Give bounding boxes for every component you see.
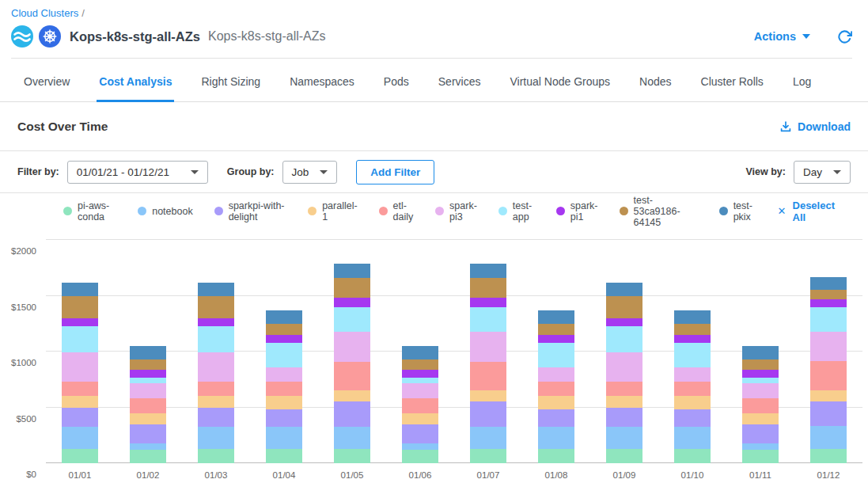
bar-segment-spark-pi1[interactable] xyxy=(198,318,234,326)
bar-segment-etl-daily[interactable] xyxy=(538,382,574,396)
legend-item-etl-daily[interactable]: etl-daily xyxy=(379,200,414,222)
bar-segment-spark-pi1[interactable] xyxy=(606,318,642,326)
tab-cost-analysis[interactable]: Cost Analysis xyxy=(97,75,174,102)
tab-namespaces[interactable]: Namespaces xyxy=(287,75,357,102)
bar-segment-etl-daily[interactable] xyxy=(606,382,642,396)
stacked-bar-01-11[interactable] xyxy=(742,346,779,463)
bar-segment-test-app[interactable] xyxy=(62,326,98,352)
bar-segment-test-53ca9186-64145[interactable] xyxy=(606,296,642,318)
bar-segment-parallel-1[interactable] xyxy=(606,396,642,407)
bar-segment-test-app[interactable] xyxy=(810,307,847,332)
bar-segment-parallel-1[interactable] xyxy=(130,413,166,424)
bar-segment-notebook[interactable] xyxy=(538,427,574,449)
bar-segment-test-app[interactable] xyxy=(674,343,711,367)
bar-segment-spark-pi3[interactable] xyxy=(470,332,506,363)
tab-cluster-rolls[interactable]: Cluster Rolls xyxy=(699,75,766,102)
bar-segment-test-pkix[interactable] xyxy=(538,310,574,324)
bar-segment-test-pkix[interactable] xyxy=(674,310,711,324)
deselect-all-button[interactable]: ✕Deselect All xyxy=(778,200,835,223)
bar-segment-spark-pi3[interactable] xyxy=(674,367,711,382)
bar-segment-spark-pi1[interactable] xyxy=(810,299,847,306)
stacked-bar-01-04[interactable] xyxy=(266,310,302,463)
bar-segment-pi-aws-conda[interactable] xyxy=(742,450,779,463)
bar-segment-pi-aws-conda[interactable] xyxy=(606,449,642,463)
bar-segment-pi-aws-conda[interactable] xyxy=(674,449,711,463)
bar-segment-parallel-1[interactable] xyxy=(402,413,438,424)
tab-right-sizing[interactable]: Right Sizing xyxy=(199,75,263,102)
bar-segment-notebook[interactable] xyxy=(266,427,302,449)
stacked-bar-01-06[interactable] xyxy=(402,346,438,463)
bar-segment-etl-daily[interactable] xyxy=(266,382,302,396)
bar-segment-spark-pi3[interactable] xyxy=(62,352,98,382)
legend-item-test-app[interactable]: test-app xyxy=(498,200,535,222)
bar-segment-notebook[interactable] xyxy=(402,443,438,450)
group-by-select[interactable]: Job xyxy=(282,161,338,184)
bar-segment-test-pkix[interactable] xyxy=(470,264,506,278)
bar-segment-sparkpi-with-delight[interactable] xyxy=(538,409,574,428)
bar-segment-test-53ca9186-64145[interactable] xyxy=(62,296,98,318)
bar-segment-etl-daily[interactable] xyxy=(674,382,711,396)
bar-segment-etl-daily[interactable] xyxy=(742,398,779,413)
bar-segment-sparkpi-with-delight[interactable] xyxy=(266,409,302,428)
bar-segment-parallel-1[interactable] xyxy=(266,396,302,409)
bar-segment-spark-pi1[interactable] xyxy=(470,298,506,306)
bar-segment-test-pkix[interactable] xyxy=(334,264,370,278)
bar-segment-pi-aws-conda[interactable] xyxy=(198,449,234,463)
add-filter-button[interactable]: Add Filter xyxy=(356,160,434,184)
bar-segment-test-app[interactable] xyxy=(742,378,779,383)
breadcrumb-cloud-clusters-link[interactable]: Cloud Clusters xyxy=(11,7,78,19)
bar-segment-test-53ca9186-64145[interactable] xyxy=(470,278,506,298)
bar-segment-test-53ca9186-64145[interactable] xyxy=(130,359,166,370)
legend-item-test-pkix[interactable]: test-pkix xyxy=(719,200,756,222)
view-by-select[interactable]: Day xyxy=(794,161,851,184)
bar-segment-test-pkix[interactable] xyxy=(606,283,642,296)
bar-segment-notebook[interactable] xyxy=(810,426,847,449)
bar-segment-parallel-1[interactable] xyxy=(334,390,370,402)
tab-nodes[interactable]: Nodes xyxy=(637,75,673,102)
stacked-bar-01-12[interactable] xyxy=(810,277,847,463)
bar-segment-test-pkix[interactable] xyxy=(266,310,302,324)
bar-segment-notebook[interactable] xyxy=(130,443,166,450)
stacked-bar-01-03[interactable] xyxy=(198,283,234,463)
bar-segment-sparkpi-with-delight[interactable] xyxy=(606,408,642,428)
bar-segment-test-53ca9186-64145[interactable] xyxy=(198,296,234,318)
bar-segment-spark-pi3[interactable] xyxy=(538,367,574,382)
bar-segment-notebook[interactable] xyxy=(334,427,370,449)
bar-segment-test-53ca9186-64145[interactable] xyxy=(742,359,779,370)
legend-item-test-53ca9186-64145[interactable]: test-53ca9186-64145 xyxy=(620,195,698,228)
legend-item-pi-aws-conda[interactable]: pi-aws-conda xyxy=(63,200,116,222)
bar-segment-test-pkix[interactable] xyxy=(402,346,438,359)
bar-segment-parallel-1[interactable] xyxy=(538,396,574,409)
tab-services[interactable]: Services xyxy=(436,75,483,102)
bar-segment-pi-aws-conda[interactable] xyxy=(538,449,574,463)
bar-segment-spark-pi1[interactable] xyxy=(266,335,302,344)
tab-pods[interactable]: Pods xyxy=(381,75,411,102)
bar-segment-test-app[interactable] xyxy=(470,307,506,332)
bar-segment-notebook[interactable] xyxy=(470,427,506,449)
bar-segment-sparkpi-with-delight[interactable] xyxy=(62,408,98,428)
bar-segment-test-pkix[interactable] xyxy=(810,277,847,290)
bar-segment-pi-aws-conda[interactable] xyxy=(334,449,370,463)
stacked-bar-01-10[interactable] xyxy=(674,310,711,463)
bar-segment-test-pkix[interactable] xyxy=(742,346,779,359)
bar-segment-test-53ca9186-64145[interactable] xyxy=(810,290,847,300)
bar-segment-test-app[interactable] xyxy=(334,307,370,332)
bar-segment-etl-daily[interactable] xyxy=(198,382,234,396)
bar-segment-sparkpi-with-delight[interactable] xyxy=(742,424,779,444)
bar-segment-spark-pi3[interactable] xyxy=(402,383,438,397)
stacked-bar-01-07[interactable] xyxy=(470,264,506,463)
bar-segment-spark-pi3[interactable] xyxy=(742,383,779,397)
bar-segment-spark-pi1[interactable] xyxy=(538,335,574,344)
bar-segment-test-53ca9186-64145[interactable] xyxy=(402,359,438,370)
date-range-select[interactable]: 01/01/21 - 01/12/21 xyxy=(67,161,208,184)
bar-segment-spark-pi1[interactable] xyxy=(402,370,438,378)
bar-segment-etl-daily[interactable] xyxy=(130,398,166,413)
tab-log[interactable]: Log xyxy=(790,75,813,102)
bar-segment-sparkpi-with-delight[interactable] xyxy=(402,424,438,444)
bar-segment-test-pkix[interactable] xyxy=(130,346,166,359)
bar-segment-notebook[interactable] xyxy=(198,427,234,449)
legend-item-notebook[interactable]: notebook xyxy=(138,206,192,217)
bar-segment-pi-aws-conda[interactable] xyxy=(62,449,98,463)
bar-segment-test-app[interactable] xyxy=(606,326,642,352)
bar-segment-etl-daily[interactable] xyxy=(470,362,506,390)
